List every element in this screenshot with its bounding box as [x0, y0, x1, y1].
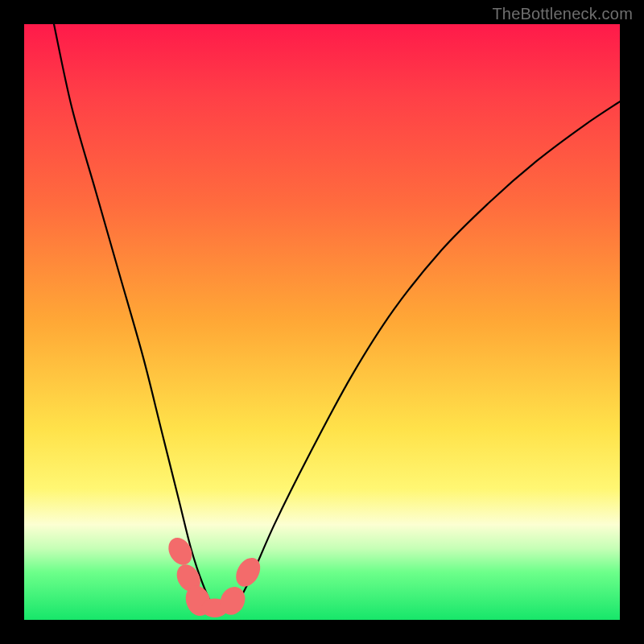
curve-markers — [163, 534, 265, 620]
plot-area — [24, 24, 620, 620]
curve-marker — [182, 582, 215, 619]
watermark-text: TheBottleneck.com — [492, 5, 633, 23]
curve-marker — [202, 598, 229, 617]
curve-svg — [24, 24, 620, 620]
bottleneck-curve — [54, 24, 620, 611]
outer-frame: TheBottleneck.com — [0, 0, 644, 644]
curve-marker — [163, 534, 196, 569]
curve-marker — [216, 583, 250, 619]
curve-marker — [231, 554, 265, 592]
curve-marker — [172, 560, 205, 596]
